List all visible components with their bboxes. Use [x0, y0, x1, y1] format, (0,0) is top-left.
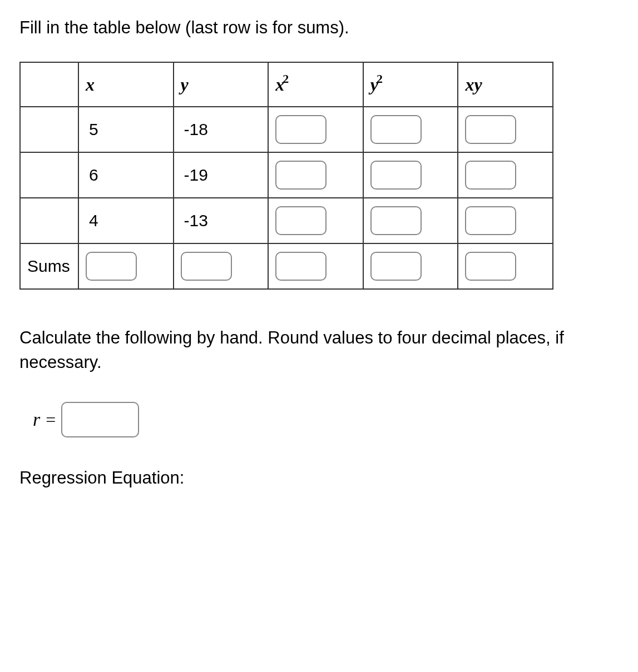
- data-table: x y x2 y2 xy 5 -18 6 -19 4 -13 Sums: [19, 62, 553, 290]
- sums-y2-input[interactable]: [370, 252, 422, 281]
- header-xy: xy: [458, 62, 553, 107]
- row1-xy-input[interactable]: [465, 115, 516, 144]
- sums-y: [174, 243, 269, 289]
- row3-label: [20, 198, 78, 243]
- row2-y: -19: [174, 152, 269, 198]
- r-equation-row: r =: [33, 402, 619, 437]
- regression-equation-label: Regression Equation:: [19, 468, 619, 488]
- header-x: x: [78, 62, 174, 107]
- row2-x2-input[interactable]: [275, 161, 327, 190]
- instruction-1: Fill in the table below (last row is for…: [19, 16, 619, 39]
- sums-label: Sums: [20, 243, 78, 289]
- sums-x2: [268, 243, 363, 289]
- row2-x2: [268, 152, 363, 198]
- header-y: y: [174, 62, 269, 107]
- sums-x-input[interactable]: [86, 252, 137, 281]
- row1-xy: [458, 107, 553, 152]
- row3-xy: [458, 198, 553, 243]
- table-row: 5 -18: [20, 107, 553, 152]
- header-blank: [20, 62, 78, 107]
- r-equals: =: [46, 410, 56, 430]
- sums-x2-input[interactable]: [275, 252, 327, 281]
- row1-y: -18: [174, 107, 269, 152]
- sums-xy-input[interactable]: [465, 252, 516, 281]
- r-variable: r: [33, 409, 40, 430]
- row2-x: 6: [78, 152, 174, 198]
- header-x2: x2: [268, 62, 363, 107]
- table-row: 4 -13: [20, 198, 553, 243]
- sums-xy: [458, 243, 553, 289]
- row2-y2-input[interactable]: [370, 161, 422, 190]
- row3-x2-input[interactable]: [275, 206, 327, 235]
- table-header-row: x y x2 y2 xy: [20, 62, 553, 107]
- sums-y2: [363, 243, 458, 289]
- row1-x2: [268, 107, 363, 152]
- header-y2: y2: [363, 62, 458, 107]
- row1-x: 5: [78, 107, 174, 152]
- row3-y2: [363, 198, 458, 243]
- row2-xy: [458, 152, 553, 198]
- row3-x2: [268, 198, 363, 243]
- sums-y-input[interactable]: [181, 252, 232, 281]
- row2-xy-input[interactable]: [465, 161, 516, 190]
- row3-y: -13: [174, 198, 269, 243]
- table-sums-row: Sums: [20, 243, 553, 289]
- row1-y2-input[interactable]: [370, 115, 422, 144]
- row1-label: [20, 107, 78, 152]
- row2-label: [20, 152, 78, 198]
- row1-x2-input[interactable]: [275, 115, 327, 144]
- instruction-2: Calculate the following by hand. Round v…: [19, 326, 619, 374]
- row3-x: 4: [78, 198, 174, 243]
- row2-y2: [363, 152, 458, 198]
- r-value-input[interactable]: [61, 402, 139, 437]
- row1-y2: [363, 107, 458, 152]
- table-row: 6 -19: [20, 152, 553, 198]
- sums-x: [78, 243, 174, 289]
- row3-xy-input[interactable]: [465, 206, 516, 235]
- row3-y2-input[interactable]: [370, 206, 422, 235]
